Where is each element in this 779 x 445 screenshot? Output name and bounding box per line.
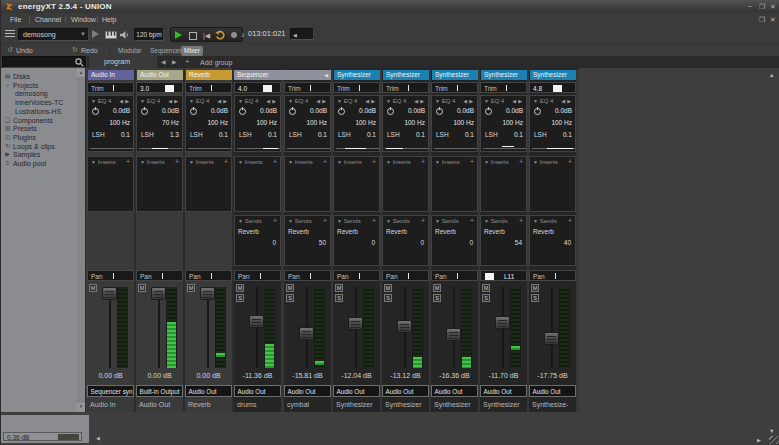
- channel-name[interactable]: Synthesizer: [483, 400, 520, 409]
- output-selector[interactable]: Audio Out: [431, 385, 478, 397]
- tree-item-audio-pool[interactable]: ≡Audio pool: [1, 160, 79, 169]
- mute-button[interactable]: M: [89, 284, 97, 292]
- fader-handle[interactable]: [102, 287, 117, 300]
- eq-panel-title[interactable]: ▼ EQ 4: [140, 97, 160, 105]
- eq-panel-title[interactable]: ▼ EQ 4: [189, 97, 209, 105]
- trim-cell[interactable]: Trim: [185, 82, 232, 93]
- tree-item-components[interactable]: ❑Components: [1, 116, 79, 125]
- volume-label[interactable]: 0.00 dB: [136, 371, 183, 380]
- strip-header[interactable]: Synthesizer: [334, 70, 380, 80]
- eq-power-icon[interactable]: [92, 108, 99, 115]
- eq-freq-value[interactable]: 100 Hz: [109, 119, 130, 127]
- volume-label[interactable]: -16.36 dB: [431, 371, 478, 380]
- sends-panel-title[interactable]: ▼ Sends: [238, 217, 262, 225]
- tab-next-icon[interactable]: ▶: [172, 58, 177, 66]
- eq-band-type[interactable]: LSH: [289, 131, 302, 139]
- trim-handle[interactable]: [263, 85, 272, 92]
- strip-header[interactable]: Synthesizer: [432, 70, 478, 80]
- fader-handle[interactable]: [249, 315, 264, 328]
- send-amount[interactable]: 0: [371, 239, 375, 247]
- strip-header[interactable]: Synthesizer: [530, 70, 576, 80]
- eq-gain-value[interactable]: 0.0dB: [260, 107, 277, 115]
- mute-button[interactable]: M: [384, 284, 392, 292]
- output-selector[interactable]: Built-in Output 1: [136, 385, 183, 397]
- solo-button[interactable]: S: [384, 294, 392, 302]
- mute-button[interactable]: M: [286, 284, 294, 292]
- eq-panel-title[interactable]: ▼ EQ 4: [238, 97, 258, 105]
- inserts-add-icon[interactable]: +: [175, 157, 179, 166]
- trim-cell[interactable]: Trim: [284, 82, 331, 93]
- position-widget[interactable]: ◀: [290, 28, 314, 40]
- eq-band-nav-icons[interactable]: ◀▶: [217, 97, 229, 105]
- eq-band-nav-icons[interactable]: ◀▶: [561, 97, 573, 105]
- song-selector[interactable]: demosong: [18, 28, 89, 41]
- sends-add-icon[interactable]: +: [273, 216, 277, 225]
- eq-freq-value[interactable]: 70 Hz: [162, 119, 179, 127]
- record-button[interactable]: [231, 32, 237, 38]
- add-group-button[interactable]: Add group: [200, 58, 232, 67]
- eq-gain-value[interactable]: 0.0dB: [359, 107, 376, 115]
- sends-add-icon[interactable]: +: [470, 216, 474, 225]
- sends-panel-title[interactable]: ▼ Sends: [435, 217, 459, 225]
- eq-freq-value[interactable]: 100 Hz: [502, 119, 523, 127]
- eq-band-nav-icons[interactable]: ◀▶: [463, 97, 475, 105]
- send-amount[interactable]: 0: [469, 239, 473, 247]
- sends-panel-title[interactable]: ▼ Sends: [337, 217, 361, 225]
- tab-add-icon[interactable]: +: [185, 57, 190, 67]
- eq-panel-title[interactable]: ▼ EQ 4: [386, 97, 406, 105]
- eq-band-type[interactable]: LSH: [338, 131, 351, 139]
- pan-cell[interactable]: Pan: [87, 270, 134, 281]
- sends-add-icon[interactable]: +: [421, 216, 425, 225]
- menu-file[interactable]: File: [10, 15, 21, 24]
- inserts-panel-title[interactable]: ▼ Inserts: [435, 158, 460, 166]
- send-target[interactable]: Reverb: [337, 228, 358, 236]
- channel-name[interactable]: Synthesizer: [385, 400, 422, 409]
- trim-cell[interactable]: Trim: [480, 82, 527, 93]
- inserts-panel-title[interactable]: ▼ Inserts: [140, 158, 165, 166]
- inserts-add-icon[interactable]: +: [470, 157, 474, 166]
- tab-sequencer[interactable]: Sequencer: [147, 46, 184, 56]
- time-display[interactable]: 013:01:021: [248, 29, 286, 39]
- pan-cell[interactable]: Pan: [431, 270, 478, 281]
- send-target[interactable]: Reverb: [533, 228, 554, 236]
- fader-handle[interactable]: [397, 320, 412, 333]
- eq-band-type[interactable]: LSH: [485, 131, 498, 139]
- trim-cell[interactable]: Trim: [431, 82, 478, 93]
- strip-header[interactable]: Audio Out: [137, 70, 183, 80]
- stop-button[interactable]: [189, 32, 197, 40]
- inserts-add-icon[interactable]: +: [224, 157, 228, 166]
- eq-power-icon[interactable]: [436, 108, 443, 115]
- trim-cell[interactable]: Trim: [382, 82, 429, 93]
- fader-handle[interactable]: [299, 327, 314, 340]
- inserts-panel-title[interactable]: ▼ Inserts: [288, 158, 313, 166]
- main-menu-icon[interactable]: [5, 30, 15, 38]
- volume-label[interactable]: -12.04 dB: [333, 371, 380, 380]
- volume-label[interactable]: 0.00 dB: [185, 371, 232, 380]
- pan-cell[interactable]: Pan: [234, 270, 281, 281]
- eq-band-nav-icons[interactable]: ◀▶: [168, 97, 180, 105]
- eq-gain-value[interactable]: 0.0dB: [113, 107, 130, 115]
- send-target[interactable]: Reverb: [238, 228, 259, 236]
- mute-button[interactable]: M: [335, 284, 343, 292]
- redo-button[interactable]: Redo: [81, 46, 98, 55]
- pan-cell[interactable]: Pan: [382, 270, 429, 281]
- rewind-button[interactable]: |◀: [203, 32, 210, 40]
- tree-item-projects[interactable]: ♪Projects: [1, 81, 79, 90]
- solo-button[interactable]: S: [236, 294, 244, 302]
- search-input[interactable]: [2, 56, 86, 68]
- eq-gain-value[interactable]: 0.0dB: [162, 107, 179, 115]
- eq-power-icon[interactable]: [239, 108, 246, 115]
- eq-band-nav-icons[interactable]: ◀▶: [365, 97, 377, 105]
- sends-panel-title[interactable]: ▼ Sends: [484, 217, 508, 225]
- output-selector[interactable]: Audio Out: [284, 385, 331, 397]
- eq-power-icon[interactable]: [534, 108, 541, 115]
- close-button[interactable]: ✕: [770, 3, 776, 11]
- send-amount[interactable]: 54: [515, 239, 522, 247]
- piano-icon[interactable]: [105, 31, 117, 39]
- eq-panel-title[interactable]: ▼ EQ 4: [91, 97, 111, 105]
- channel-name[interactable]: Synthesizer: [336, 400, 373, 409]
- trim-cell[interactable]: Trim: [87, 82, 134, 93]
- send-amount[interactable]: 0: [420, 239, 424, 247]
- mute-button[interactable]: M: [433, 284, 441, 292]
- volume-label[interactable]: -11.70 dB: [480, 371, 527, 380]
